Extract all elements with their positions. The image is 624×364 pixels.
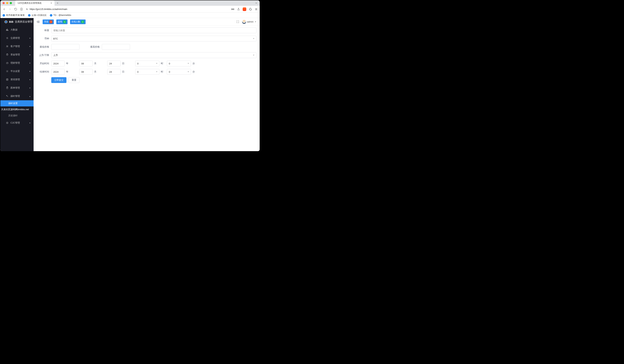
start-year-input[interactable] [51, 61, 65, 66]
sidebar-watermark: 天美社区源码网timibbs.net [0, 106, 34, 113]
target-icon [6, 121, 9, 124]
chevron-down-icon: ▾ [29, 62, 30, 64]
sidebar-item-dashboard[interactable]: 大数据 [0, 26, 34, 34]
label-low-price: 最低价格 [37, 45, 49, 49]
tabs-overflow-icon[interactable] [255, 2, 258, 4]
fullscreen-icon[interactable] [236, 20, 239, 23]
reset-button[interactable]: 重置 [69, 77, 79, 83]
unit-month: 月 [94, 70, 96, 73]
title-input[interactable] [51, 27, 256, 33]
unit-year: 年 [66, 70, 68, 73]
forward-button[interactable] [8, 8, 12, 11]
label-end-time: 结束时间 [37, 70, 49, 73]
coin-select-value: BTC [53, 37, 58, 40]
pill-badge: 1 [63, 20, 66, 23]
pill-label: 提现 [58, 20, 62, 23]
end-day-input[interactable] [107, 69, 121, 75]
bookmark-label: 认准->天美社区 [32, 14, 47, 17]
clipboard-icon [6, 87, 9, 89]
hamburger-menu-icon[interactable] [255, 8, 258, 11]
sidebar-subitem-pin-settings[interactable]: 插针设置 [0, 100, 34, 106]
extensions-icon[interactable] [249, 8, 252, 11]
svg-rect-6 [6, 30, 7, 31]
coin-select[interactable]: BTC [51, 36, 256, 42]
new-tab-button[interactable]: ＋ [56, 1, 59, 5]
start-minute-select[interactable]: 0 [167, 61, 191, 66]
svg-point-9 [7, 46, 7, 46]
app-topbar: 充值 3 提现 1 在线人数 1 admin [34, 18, 260, 26]
start-month-input[interactable] [79, 61, 93, 66]
close-tab-icon[interactable]: × [51, 2, 52, 4]
online-pill[interactable]: 在线人数 1 [70, 20, 86, 24]
sidebar-item-label: 大数据 [10, 28, 18, 31]
minimize-window-button[interactable] [6, 2, 8, 4]
bookmark-item[interactable]: 程序搭建/开发/修复 [2, 14, 25, 17]
share-icon[interactable] [237, 8, 240, 11]
vpn-icon[interactable] [231, 8, 234, 11]
sidebar-item-label: 插针管理 [10, 95, 20, 98]
deposit-pill[interactable]: 充值 3 [43, 20, 54, 24]
start-day-input[interactable] [107, 61, 121, 66]
sidebar-title: 交易所后台管理 [15, 20, 32, 24]
sidebar-item-c2c[interactable]: C2C管理 ▾ [0, 119, 34, 127]
end-minute-select[interactable]: 0 [167, 69, 191, 75]
unit-month: 月 [94, 62, 96, 65]
unit-day: 日 [122, 62, 124, 65]
sidebar-submenu-pin: 插针设置 天美社区源码网timibbs.net 历史插针 [0, 100, 34, 119]
site-settings-icon[interactable] [26, 8, 28, 10]
unit-year: 年 [66, 62, 68, 65]
user-name: admin [247, 20, 254, 23]
avatar-icon [242, 20, 246, 24]
chevron-down-icon: ▾ [29, 37, 30, 39]
bookmark-item[interactable]: 认准->天美社区 [28, 14, 47, 17]
sidebar-item-copytrade[interactable]: 跟单管理 ▾ [0, 84, 34, 92]
end-hour-select[interactable]: 0 [135, 69, 159, 75]
maximize-window-button[interactable] [10, 2, 12, 4]
end-hour-value: 0 [137, 71, 138, 73]
sidebar-subitem-pin-history[interactable]: 历史插针 [0, 113, 34, 119]
direction-select[interactable]: 上升 [51, 52, 256, 58]
label-title: 标题 [37, 29, 49, 32]
reload-button[interactable] [14, 8, 17, 11]
high-price-input[interactable] [102, 44, 130, 50]
withdraw-pill[interactable]: 提现 1 [56, 20, 68, 24]
sidebar-item-settings[interactable]: 平台设置 ▾ [0, 67, 34, 75]
logo-icon [4, 20, 8, 24]
swap-icon [6, 37, 9, 39]
collapse-sidebar-button[interactable] [37, 21, 40, 23]
users-icon [6, 45, 9, 48]
sidebar-item-pin-manage[interactable]: 插针管理 ▴ [0, 92, 34, 100]
sidebar-item-label: 理财管理 [10, 61, 20, 65]
sidebar-item-finance[interactable]: 理财管理 ▾ [0, 59, 34, 67]
bookmark-item[interactable]: TG：@tianmeibbs [50, 14, 71, 17]
browser-tab[interactable]: UZX交易所后台管理系统 × [15, 0, 54, 6]
submit-button[interactable]: 立即提交 [51, 77, 66, 83]
chevron-down-icon: ▾ [29, 46, 30, 48]
chevron-down-icon: ▾ [29, 79, 30, 81]
end-minute-value: 0 [169, 71, 170, 73]
start-hour-select[interactable]: 0 [135, 61, 159, 66]
tab-title: UZX交易所后台管理系统 [18, 2, 42, 5]
brave-shield-icon[interactable] [243, 7, 246, 11]
label-direction: 上升/下降 [37, 53, 49, 57]
user-menu[interactable]: admin [242, 20, 256, 24]
chart-bar-icon [6, 28, 9, 31]
back-button[interactable] [2, 8, 6, 11]
end-month-input[interactable] [79, 69, 93, 75]
subitem-label: 历史插针 [8, 114, 18, 117]
unit-minute: 分 [192, 62, 195, 65]
svg-rect-7 [7, 29, 7, 30]
low-price-input[interactable] [51, 44, 79, 50]
sidebar-item-customer[interactable]: 客户管理 ▾ [0, 42, 34, 50]
svg-point-17 [6, 122, 8, 123]
end-year-input[interactable] [51, 69, 65, 75]
close-window-button[interactable] [2, 2, 5, 4]
url-text[interactable]: https://jys115.timibbs.cc/admin/main [30, 8, 67, 10]
app-content: BiB 交易所后台管理 大数据 交易管理 ▾ 客户管理 ▾ 资金管理 ▾ [0, 18, 260, 151]
sidebar-item-news[interactable]: 资讯管理 ▾ [0, 75, 34, 84]
bookmark-icon[interactable] [20, 8, 23, 11]
sidebar-item-funds[interactable]: 资金管理 ▾ [0, 50, 34, 59]
gear-icon [6, 70, 9, 73]
sidebar-item-trade[interactable]: 交易管理 ▾ [0, 34, 34, 42]
start-minute-value: 0 [169, 62, 170, 65]
